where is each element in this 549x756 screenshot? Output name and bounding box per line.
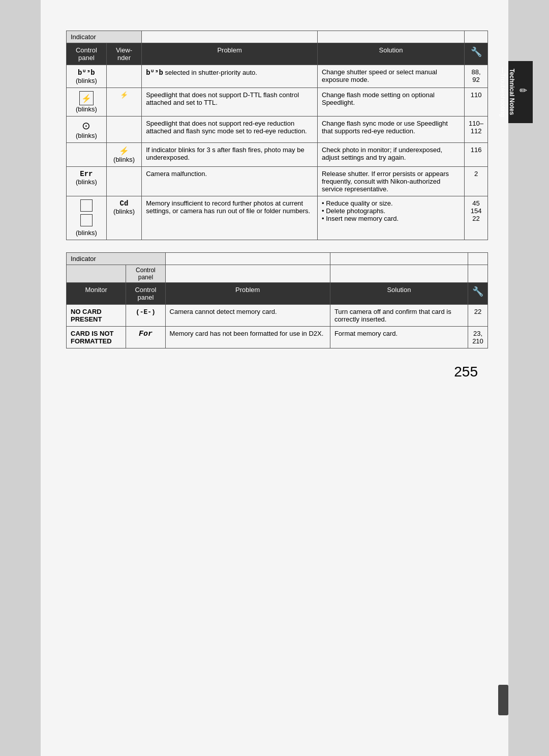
- list-item: Insert new memory card.: [322, 215, 460, 222]
- blinks-label: (blinks): [76, 77, 97, 84]
- table2-sub-header: Control panel: [67, 265, 488, 283]
- th-problem2: Problem: [165, 283, 330, 305]
- table-row: ⚡ (blinks) If indicator blinks for 3 s a…: [67, 143, 488, 167]
- cell-view: ⚡: [106, 88, 141, 117]
- table-row: ⚡ (blinks) ⚡ Speedlight that does not su…: [67, 88, 488, 117]
- card-icon2: [80, 214, 93, 226]
- indicator-label: Indicator: [67, 31, 142, 43]
- cell-solution: Change flash sync mode or use Speedlight…: [317, 117, 464, 143]
- side-tab-icon: ✏: [517, 85, 529, 96]
- err-text: Err: [80, 170, 93, 178]
- cell-pages: 110: [465, 88, 488, 117]
- cell-monitor: CARD IS NOTFORMATTED: [67, 327, 126, 348]
- cell-monitor: NO CARDPRESENT: [67, 305, 126, 327]
- cell-pages: 88,92: [465, 65, 488, 88]
- cell-pages: 23,210: [468, 327, 488, 348]
- table2-indicator-row: Indicator: [67, 253, 488, 265]
- side-tab-normal: —Troubleshooting: [499, 67, 506, 117]
- cell-solution: Change flash mode setting on optional Sp…: [317, 88, 464, 117]
- cell-control: Err (blinks): [67, 167, 107, 196]
- page-number: 255: [66, 364, 488, 380]
- solution-list: Reduce quality or size. Delete photograp…: [322, 199, 460, 222]
- side-tab-bold: Technical Notes: [508, 69, 515, 115]
- cell-pages: 110–112: [465, 117, 488, 143]
- cell-control: ⚡ (blinks): [67, 88, 107, 117]
- panel-e-text: (-E-): [136, 308, 156, 316]
- cell-solution: Check photo in monitor; if underexposed,…: [317, 143, 464, 167]
- side-tab: ✏ Technical Notes —Troubleshooting: [508, 61, 533, 123]
- cell-problem: Speedlight that does not support D-TTL f…: [142, 88, 318, 117]
- cell-problem: bᵁᵌb selected in shutter-priority auto.: [142, 65, 318, 88]
- cell-view: [106, 65, 141, 88]
- cell-pages: 4515422: [465, 196, 488, 240]
- empty-h4: [165, 265, 330, 283]
- th-problem: Problem: [142, 43, 318, 65]
- table-row: CARD IS NOTFORMATTED For Memory card has…: [67, 327, 488, 348]
- cell-problem: Camera malfunction.: [142, 167, 318, 196]
- list-item: Reduce quality or size.: [322, 199, 460, 207]
- panel-for-text: For: [139, 330, 152, 338]
- cell-solution: Change shutter speed or select manual ex…: [317, 65, 464, 88]
- table1-main-header: Controlpanel View-nder Problem Solution …: [67, 43, 488, 65]
- th-control-panel: Controlpanel: [67, 43, 107, 65]
- cell-control: [67, 143, 107, 167]
- th-cpanel: Control panel: [126, 283, 165, 305]
- th-icon: 🔧: [465, 43, 488, 65]
- blinks-label: (blinks): [76, 229, 97, 237]
- cell-solution: Release shutter. If error persists or ap…: [317, 167, 464, 196]
- cell-problem: Memory insufficient to record further ph…: [142, 196, 318, 240]
- scroll-indicator: [498, 685, 508, 715]
- table-row: bᵁᵌb (blinks) bᵁᵌb selected in shutter-p…: [67, 65, 488, 88]
- cell-pages: 22: [468, 305, 488, 327]
- empty-header1: [142, 31, 318, 43]
- list-item: Delete photographs.: [322, 207, 460, 215]
- empty-h5: [330, 265, 468, 283]
- empty-header2: [317, 31, 464, 43]
- bulb-text: bᵁᵌb: [78, 69, 95, 77]
- blinks-label: (blinks): [113, 156, 135, 163]
- cell-solution: Turn camera off and confirm that card is…: [330, 305, 468, 327]
- redeye-icon: ⊙: [82, 120, 90, 131]
- cd-text: Cd: [120, 199, 129, 208]
- cell-view: [106, 117, 141, 143]
- flash-icon: ⚡: [79, 91, 94, 105]
- th-solution: Solution: [317, 43, 464, 65]
- page: ✏ Technical Notes —Troubleshooting Indic…: [41, 0, 508, 756]
- empty-h2: [330, 253, 468, 265]
- table1-indicator-row: Indicator: [67, 31, 488, 43]
- empty-h6: [468, 265, 488, 283]
- cell-problem: Camera cannot detect memory card.: [165, 305, 330, 327]
- empty-header3: [465, 31, 488, 43]
- empty-h1: [165, 253, 330, 265]
- th-empty: [67, 265, 126, 283]
- cell-problem: If indicator blinks for 3 s after flash …: [142, 143, 318, 167]
- blinks-label: (blinks): [76, 178, 97, 186]
- cell-view: [106, 167, 141, 196]
- cell-solution: Reduce quality or size. Delete photograp…: [317, 196, 464, 240]
- table-row: (blinks) Cd (blinks) Memory insufficient…: [67, 196, 488, 240]
- table-row: NO CARDPRESENT (-E-) Camera cannot detec…: [67, 305, 488, 327]
- th-viewnder: View-nder: [106, 43, 141, 65]
- table2-main-header: Monitor Control panel Problem Solution 🔧: [67, 283, 488, 305]
- indicator-label2: Indicator: [67, 253, 166, 265]
- table1: Indicator Controlpanel View-nder Problem…: [66, 31, 488, 240]
- cell-view: ⚡ (blinks): [106, 143, 141, 167]
- cell-view: Cd (blinks): [106, 196, 141, 240]
- cell-problem: Memory card has not been formatted for u…: [165, 327, 330, 348]
- cell-pages: 116: [465, 143, 488, 167]
- card-icon1: [80, 199, 93, 212]
- cell-panel: (-E-): [126, 305, 165, 327]
- flash-icon-2: ⚡: [119, 147, 129, 155]
- th-monitor: Monitor: [67, 283, 126, 305]
- blinks-label: (blinks): [76, 105, 97, 113]
- th-control-label: Control panel: [126, 265, 165, 283]
- table-row: Err (blinks) Camera malfunction. Release…: [67, 167, 488, 196]
- blinks-label: (blinks): [76, 132, 97, 139]
- cell-problem: Speedlight that does not support red-eye…: [142, 117, 318, 143]
- cell-solution: Format memory card.: [330, 327, 468, 348]
- empty-h3: [468, 253, 488, 265]
- cell-control: bᵁᵌb (blinks): [67, 65, 107, 88]
- th-solution2: Solution: [330, 283, 468, 305]
- cell-pages: 2: [465, 167, 488, 196]
- cell-panel: For: [126, 327, 165, 348]
